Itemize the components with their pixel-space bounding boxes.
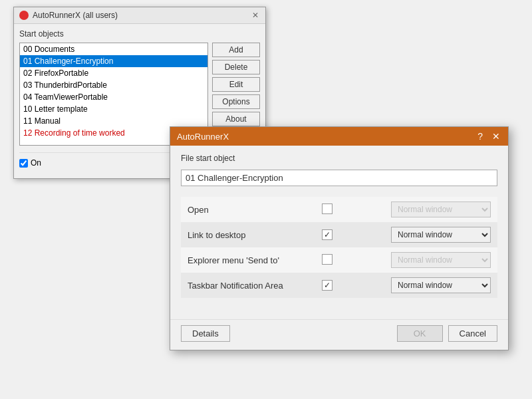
file-input[interactable] [181,170,497,186]
list-item-11[interactable]: 11 Manual [20,115,207,127]
fg-section-header: File start object [181,154,497,163]
fg-dialog-body: File start object Open Normal window L [170,146,508,317]
on-checkbox-label[interactable]: On [19,158,41,168]
fg-dialog-footer: Details OK Cancel [170,319,508,350]
list-item-02[interactable]: 02 FirefoxPortable [20,67,207,79]
list-item-10[interactable]: 10 Letter template [20,103,207,115]
option-label-taskbar: Taskbar Notification Area [181,273,314,298]
fg-title-text: AutoRunnerX [177,132,229,142]
option-dropdown-explorer[interactable]: Normal window [340,247,497,273]
fg-titlebar: AutoRunnerX ? ✕ [170,127,508,146]
bg-title-left: AutoRunnerX (all users) [19,11,118,20]
option-dropdown-taskbar[interactable]: Normal window [340,273,497,298]
option-label-explorer: Explorer menu 'Send to' [181,247,314,273]
bg-close-button[interactable]: ✕ [251,11,260,20]
checkbox-open[interactable] [322,203,332,214]
on-checkbox[interactable] [19,159,28,168]
list-item-03[interactable]: 03 ThunderbirdPortable [20,79,207,91]
about-button[interactable]: About [212,112,260,126]
option-row-explorer-menu: Explorer menu 'Send to' Normal window [181,247,497,273]
delete-button[interactable]: Delete [212,60,260,74]
checkbox-explorer[interactable] [322,254,332,265]
option-dropdown-open[interactable]: Normal window [340,197,497,222]
bg-titlebar: AutoRunnerX (all users) ✕ [14,7,265,24]
on-label: On [31,158,41,168]
options-table: Open Normal window Link to desktop [181,197,497,298]
bg-app-icon [19,11,29,20]
option-dropdown-link[interactable]: Normal window [340,222,497,247]
option-row-taskbar: Taskbar Notification Area Normal window [181,273,497,298]
option-label-link: Link to desktop [181,222,314,247]
option-row-link-to-desktop: Link to desktop Normal window [181,222,497,247]
bg-section-label: Start objects [19,29,260,39]
fg-close-button[interactable]: ✕ [491,131,501,142]
checkbox-link[interactable] [322,229,332,240]
checkbox-taskbar[interactable] [322,280,332,291]
option-check-link[interactable] [314,222,340,247]
fg-title-right: ? ✕ [476,131,501,142]
list-item-04[interactable]: 04 TeamViewerPortable [20,91,207,103]
dropdown-explorer[interactable]: Normal window [391,252,491,268]
fg-ok-button[interactable]: OK [397,325,443,342]
dropdown-taskbar[interactable]: Normal window [391,277,491,293]
help-button[interactable]: ? [476,131,484,142]
option-check-taskbar[interactable] [314,273,340,298]
bg-title-text: AutoRunnerX (all users) [33,11,118,20]
fg-dialog: AutoRunnerX ? ✕ File start object Open N… [170,126,509,350]
fg-right-buttons: OK Cancel [397,325,497,342]
list-item-00[interactable]: 00 Documents [20,43,207,55]
option-row-open: Open Normal window [181,197,497,222]
options-button[interactable]: Options [212,94,260,109]
add-button[interactable]: Add [212,43,260,57]
details-button[interactable]: Details [181,325,230,342]
option-label-open: Open [181,197,314,222]
fg-cancel-button[interactable]: Cancel [448,325,497,342]
dropdown-open[interactable]: Normal window [391,201,491,217]
option-check-explorer[interactable] [314,247,340,273]
option-check-open[interactable] [314,197,340,222]
edit-button[interactable]: Edit [212,77,260,92]
dropdown-link[interactable]: Normal window [391,227,491,243]
list-item-01[interactable]: 01 Challenger-Encryption [20,55,207,67]
